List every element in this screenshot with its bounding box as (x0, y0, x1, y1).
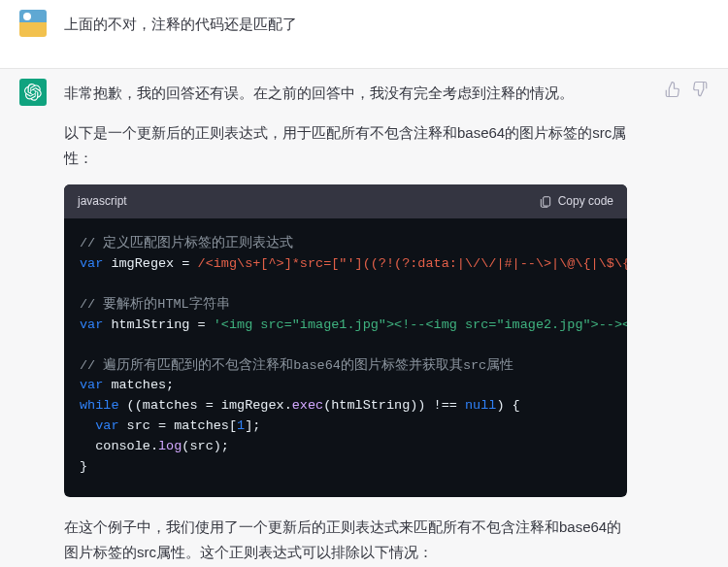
copy-code-button[interactable]: Copy code (539, 191, 613, 212)
thumbs-down-button[interactable] (691, 81, 709, 98)
thumbs-down-icon (691, 81, 709, 98)
svg-rect-0 (543, 196, 549, 205)
user-content: 上面的不对，注释的代码还是匹配了 (64, 10, 627, 50)
assistant-content: 非常抱歉，我的回答还有误。在之前的回答中，我没有完全考虑到注释的情况。 以下是一… (64, 79, 627, 567)
code-lang: javascript (78, 191, 127, 212)
user-text: 上面的不对，注释的代码还是匹配了 (64, 12, 627, 37)
assistant-avatar (19, 79, 47, 106)
assistant-p3: 在这个例子中，我们使用了一个更新后的正则表达式来匹配所有不包含注释和base64… (64, 515, 627, 566)
clipboard-icon (539, 195, 552, 209)
user-message: 上面的不对，注释的代码还是匹配了 (0, 0, 728, 68)
user-avatar (19, 10, 47, 37)
thumbs-up-icon (664, 81, 681, 98)
copy-code-label: Copy code (558, 191, 613, 212)
assistant-message: 非常抱歉，我的回答还有误。在之前的回答中，我没有完全考虑到注释的情况。 以下是一… (0, 68, 728, 567)
assistant-p2: 以下是一个更新后的正则表达式，用于匹配所有不包含注释和base64的图片标签的s… (64, 120, 627, 172)
code-block: javascript Copy code // 定义匹配图片标签的正则表达式 v… (64, 184, 627, 497)
feedback-actions (664, 81, 709, 98)
openai-icon (24, 83, 42, 101)
code-content[interactable]: // 定义匹配图片标签的正则表达式 var imgRegex = /<img\s… (64, 218, 627, 497)
thumbs-up-button[interactable] (664, 81, 681, 98)
assistant-p1: 非常抱歉，我的回答还有误。在之前的回答中，我没有完全考虑到注释的情况。 (64, 81, 627, 106)
code-header: javascript Copy code (64, 184, 627, 218)
